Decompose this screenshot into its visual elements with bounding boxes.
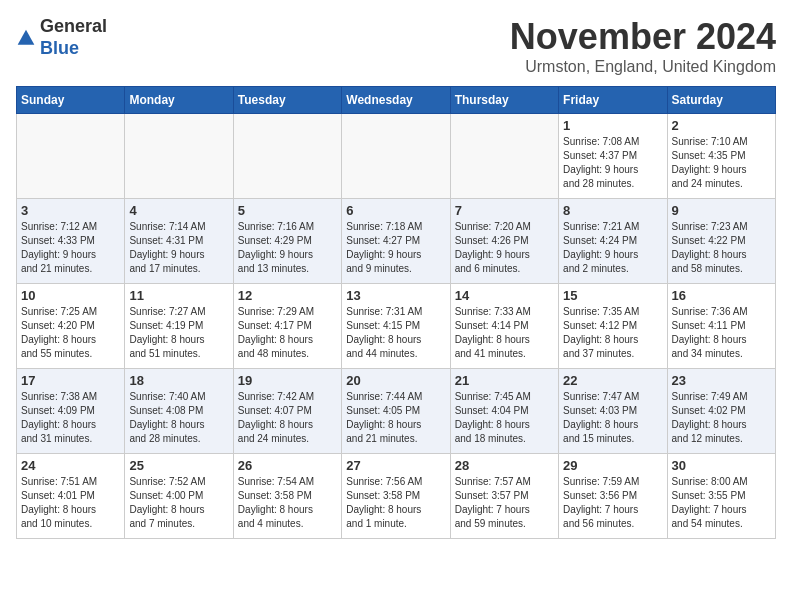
day-info: Sunrise: 7:14 AM Sunset: 4:31 PM Dayligh… bbox=[129, 220, 228, 276]
calendar-cell: 17Sunrise: 7:38 AM Sunset: 4:09 PM Dayli… bbox=[17, 369, 125, 454]
header-row: SundayMondayTuesdayWednesdayThursdayFrid… bbox=[17, 87, 776, 114]
day-info: Sunrise: 7:45 AM Sunset: 4:04 PM Dayligh… bbox=[455, 390, 554, 446]
day-info: Sunrise: 7:44 AM Sunset: 4:05 PM Dayligh… bbox=[346, 390, 445, 446]
calendar-row-1: 3Sunrise: 7:12 AM Sunset: 4:33 PM Daylig… bbox=[17, 199, 776, 284]
day-number: 26 bbox=[238, 458, 337, 473]
calendar-cell: 9Sunrise: 7:23 AM Sunset: 4:22 PM Daylig… bbox=[667, 199, 775, 284]
day-number: 29 bbox=[563, 458, 662, 473]
day-number: 13 bbox=[346, 288, 445, 303]
day-info: Sunrise: 7:31 AM Sunset: 4:15 PM Dayligh… bbox=[346, 305, 445, 361]
header-cell-thursday: Thursday bbox=[450, 87, 558, 114]
header-cell-tuesday: Tuesday bbox=[233, 87, 341, 114]
calendar-cell bbox=[450, 114, 558, 199]
calendar-cell: 1Sunrise: 7:08 AM Sunset: 4:37 PM Daylig… bbox=[559, 114, 667, 199]
day-number: 10 bbox=[21, 288, 120, 303]
day-info: Sunrise: 7:36 AM Sunset: 4:11 PM Dayligh… bbox=[672, 305, 771, 361]
day-info: Sunrise: 7:49 AM Sunset: 4:02 PM Dayligh… bbox=[672, 390, 771, 446]
day-info: Sunrise: 7:57 AM Sunset: 3:57 PM Dayligh… bbox=[455, 475, 554, 531]
day-info: Sunrise: 7:59 AM Sunset: 3:56 PM Dayligh… bbox=[563, 475, 662, 531]
calendar-cell: 18Sunrise: 7:40 AM Sunset: 4:08 PM Dayli… bbox=[125, 369, 233, 454]
header-cell-saturday: Saturday bbox=[667, 87, 775, 114]
day-number: 21 bbox=[455, 373, 554, 388]
calendar-cell: 30Sunrise: 8:00 AM Sunset: 3:55 PM Dayli… bbox=[667, 454, 775, 539]
day-number: 27 bbox=[346, 458, 445, 473]
day-number: 23 bbox=[672, 373, 771, 388]
logo: General Blue bbox=[16, 16, 107, 59]
calendar-cell: 22Sunrise: 7:47 AM Sunset: 4:03 PM Dayli… bbox=[559, 369, 667, 454]
calendar-cell: 11Sunrise: 7:27 AM Sunset: 4:19 PM Dayli… bbox=[125, 284, 233, 369]
calendar-cell: 27Sunrise: 7:56 AM Sunset: 3:58 PM Dayli… bbox=[342, 454, 450, 539]
day-number: 3 bbox=[21, 203, 120, 218]
day-info: Sunrise: 7:35 AM Sunset: 4:12 PM Dayligh… bbox=[563, 305, 662, 361]
calendar-cell bbox=[17, 114, 125, 199]
calendar-cell: 13Sunrise: 7:31 AM Sunset: 4:15 PM Dayli… bbox=[342, 284, 450, 369]
day-number: 6 bbox=[346, 203, 445, 218]
calendar-row-3: 17Sunrise: 7:38 AM Sunset: 4:09 PM Dayli… bbox=[17, 369, 776, 454]
calendar-cell bbox=[125, 114, 233, 199]
calendar-table: SundayMondayTuesdayWednesdayThursdayFrid… bbox=[16, 86, 776, 539]
calendar-cell bbox=[342, 114, 450, 199]
day-number: 2 bbox=[672, 118, 771, 133]
day-info: Sunrise: 7:29 AM Sunset: 4:17 PM Dayligh… bbox=[238, 305, 337, 361]
day-info: Sunrise: 7:38 AM Sunset: 4:09 PM Dayligh… bbox=[21, 390, 120, 446]
header-cell-sunday: Sunday bbox=[17, 87, 125, 114]
page-header: General Blue November 2024 Urmston, Engl… bbox=[16, 16, 776, 76]
calendar-cell: 19Sunrise: 7:42 AM Sunset: 4:07 PM Dayli… bbox=[233, 369, 341, 454]
calendar-cell: 21Sunrise: 7:45 AM Sunset: 4:04 PM Dayli… bbox=[450, 369, 558, 454]
title-block: November 2024 Urmston, England, United K… bbox=[510, 16, 776, 76]
calendar-cell: 20Sunrise: 7:44 AM Sunset: 4:05 PM Dayli… bbox=[342, 369, 450, 454]
calendar-cell: 12Sunrise: 7:29 AM Sunset: 4:17 PM Dayli… bbox=[233, 284, 341, 369]
day-info: Sunrise: 7:56 AM Sunset: 3:58 PM Dayligh… bbox=[346, 475, 445, 531]
day-number: 25 bbox=[129, 458, 228, 473]
calendar-cell: 2Sunrise: 7:10 AM Sunset: 4:35 PM Daylig… bbox=[667, 114, 775, 199]
logo-blue: Blue bbox=[40, 38, 107, 60]
day-info: Sunrise: 7:18 AM Sunset: 4:27 PM Dayligh… bbox=[346, 220, 445, 276]
logo-text: General Blue bbox=[40, 16, 107, 59]
day-number: 17 bbox=[21, 373, 120, 388]
day-info: Sunrise: 7:25 AM Sunset: 4:20 PM Dayligh… bbox=[21, 305, 120, 361]
day-info: Sunrise: 7:12 AM Sunset: 4:33 PM Dayligh… bbox=[21, 220, 120, 276]
day-number: 19 bbox=[238, 373, 337, 388]
calendar-row-0: 1Sunrise: 7:08 AM Sunset: 4:37 PM Daylig… bbox=[17, 114, 776, 199]
day-number: 9 bbox=[672, 203, 771, 218]
header-cell-friday: Friday bbox=[559, 87, 667, 114]
calendar-cell: 5Sunrise: 7:16 AM Sunset: 4:29 PM Daylig… bbox=[233, 199, 341, 284]
day-number: 28 bbox=[455, 458, 554, 473]
calendar-cell: 6Sunrise: 7:18 AM Sunset: 4:27 PM Daylig… bbox=[342, 199, 450, 284]
calendar-cell: 4Sunrise: 7:14 AM Sunset: 4:31 PM Daylig… bbox=[125, 199, 233, 284]
day-number: 8 bbox=[563, 203, 662, 218]
calendar-cell: 3Sunrise: 7:12 AM Sunset: 4:33 PM Daylig… bbox=[17, 199, 125, 284]
day-number: 20 bbox=[346, 373, 445, 388]
day-info: Sunrise: 7:51 AM Sunset: 4:01 PM Dayligh… bbox=[21, 475, 120, 531]
day-number: 5 bbox=[238, 203, 337, 218]
day-number: 16 bbox=[672, 288, 771, 303]
calendar-cell: 23Sunrise: 7:49 AM Sunset: 4:02 PM Dayli… bbox=[667, 369, 775, 454]
day-number: 18 bbox=[129, 373, 228, 388]
calendar-cell: 26Sunrise: 7:54 AM Sunset: 3:58 PM Dayli… bbox=[233, 454, 341, 539]
calendar-cell: 8Sunrise: 7:21 AM Sunset: 4:24 PM Daylig… bbox=[559, 199, 667, 284]
svg-marker-0 bbox=[18, 29, 35, 44]
day-info: Sunrise: 7:23 AM Sunset: 4:22 PM Dayligh… bbox=[672, 220, 771, 276]
day-info: Sunrise: 7:08 AM Sunset: 4:37 PM Dayligh… bbox=[563, 135, 662, 191]
day-number: 11 bbox=[129, 288, 228, 303]
calendar-cell: 28Sunrise: 7:57 AM Sunset: 3:57 PM Dayli… bbox=[450, 454, 558, 539]
calendar-cell: 25Sunrise: 7:52 AM Sunset: 4:00 PM Dayli… bbox=[125, 454, 233, 539]
day-number: 15 bbox=[563, 288, 662, 303]
calendar-cell: 24Sunrise: 7:51 AM Sunset: 4:01 PM Dayli… bbox=[17, 454, 125, 539]
day-number: 30 bbox=[672, 458, 771, 473]
calendar-cell bbox=[233, 114, 341, 199]
day-info: Sunrise: 7:52 AM Sunset: 4:00 PM Dayligh… bbox=[129, 475, 228, 531]
day-info: Sunrise: 7:40 AM Sunset: 4:08 PM Dayligh… bbox=[129, 390, 228, 446]
day-info: Sunrise: 7:47 AM Sunset: 4:03 PM Dayligh… bbox=[563, 390, 662, 446]
day-number: 1 bbox=[563, 118, 662, 133]
calendar-cell: 7Sunrise: 7:20 AM Sunset: 4:26 PM Daylig… bbox=[450, 199, 558, 284]
day-info: Sunrise: 8:00 AM Sunset: 3:55 PM Dayligh… bbox=[672, 475, 771, 531]
day-info: Sunrise: 7:20 AM Sunset: 4:26 PM Dayligh… bbox=[455, 220, 554, 276]
logo-general: General bbox=[40, 16, 107, 38]
day-info: Sunrise: 7:21 AM Sunset: 4:24 PM Dayligh… bbox=[563, 220, 662, 276]
day-number: 7 bbox=[455, 203, 554, 218]
location-subtitle: Urmston, England, United Kingdom bbox=[510, 58, 776, 76]
day-number: 14 bbox=[455, 288, 554, 303]
day-number: 22 bbox=[563, 373, 662, 388]
calendar-cell: 14Sunrise: 7:33 AM Sunset: 4:14 PM Dayli… bbox=[450, 284, 558, 369]
